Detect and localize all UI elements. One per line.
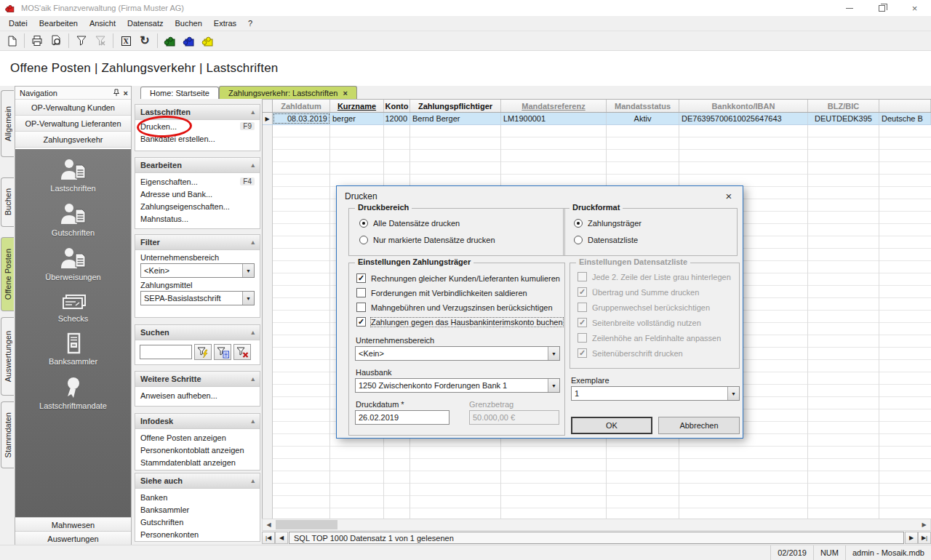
action-personenkontoblatt-anzeigen[interactable]: Personenkontoblatt anzeigen xyxy=(135,444,260,456)
action-mahnstatus[interactable]: Mahnstatus... xyxy=(135,212,260,225)
section-header[interactable]: Infodesk ▴ xyxy=(135,414,260,429)
module-green-button[interactable] xyxy=(161,32,179,49)
menu-bearbeiten[interactable]: Bearbeiten xyxy=(33,16,84,31)
print-preview-button[interactable] xyxy=(47,32,65,49)
print-button[interactable] xyxy=(28,32,46,49)
module-gutschriften[interactable]: Gutschriften xyxy=(15,202,131,237)
scrollbar-thumb[interactable] xyxy=(276,520,337,529)
cell-bank[interactable]: Deutsche B xyxy=(879,113,931,124)
module-lastschriftmandate[interactable]: Lastschriftmandate xyxy=(15,375,131,410)
nav-button-auswertungen[interactable]: Auswertungen xyxy=(15,531,131,545)
cell-blz-bic[interactable]: DEUTDEDK395 xyxy=(808,113,879,124)
next-record-button[interactable]: ▶ xyxy=(905,532,918,544)
radio-alle-datensaetze[interactable]: Alle Datensätze drucken xyxy=(359,219,460,228)
cancel-button[interactable]: Abbrechen xyxy=(658,417,740,434)
zahlungsmittel-select[interactable]: SEPA-Basislastschrift ▼ xyxy=(140,291,255,305)
refresh-button[interactable]: ↻ xyxy=(136,32,153,49)
tab-zahlungsverkehr-lastschriften[interactable]: Zahlungsverkehr: Lastschriften × xyxy=(219,86,357,99)
menu-help[interactable]: ? xyxy=(242,16,258,31)
side-tab-offene-posten[interactable]: Offene Posten xyxy=(1,237,14,311)
druckdatum-input[interactable]: 26.02.2019 xyxy=(355,410,449,425)
module-lastschriften[interactable]: Lastschriften xyxy=(15,158,131,193)
tab-close-icon[interactable]: × xyxy=(343,89,347,97)
close-button[interactable]: × xyxy=(898,0,931,16)
first-record-button[interactable]: |◀ xyxy=(262,532,275,544)
side-tab-auswertungen[interactable]: Auswertungen xyxy=(1,317,14,396)
action-zahlungseigenschaften[interactable]: Zahlungseigenschaften... xyxy=(135,200,260,212)
nav-button-mahnwesen[interactable]: Mahnwesen xyxy=(15,517,131,532)
table-row[interactable]: ▶ 08.03.2019 berger 12000 Bernd Berger L… xyxy=(263,113,931,125)
filter-button[interactable] xyxy=(73,32,90,49)
section-header[interactable]: Weitere Schritte ▴ xyxy=(135,372,260,387)
unternehmensbereich-select[interactable]: <Kein> ▼ xyxy=(140,263,255,278)
link-banken[interactable]: Banken xyxy=(135,491,260,503)
column-header-bank[interactable] xyxy=(879,100,931,112)
nav-button-zahlungsverkehr[interactable]: Zahlungsverkehr xyxy=(15,132,131,148)
menu-extras[interactable]: Extras xyxy=(208,16,242,31)
ok-button[interactable]: OK xyxy=(571,417,652,434)
checkbox-rechnungen-kumulieren[interactable]: ✓ Rechnungen gleicher Kunden/Lieferanten… xyxy=(356,273,560,283)
cell-mandatsreferenz[interactable]: LM1900001 xyxy=(501,113,607,124)
module-schecks[interactable]: Schecks xyxy=(15,291,131,323)
scroll-left-icon[interactable]: ◀ xyxy=(263,519,275,530)
section-header[interactable]: Suchen ▴ xyxy=(135,325,260,340)
checkbox-mahngebuehren[interactable]: Mahngebühren und Verzugszinsen berücksic… xyxy=(356,303,553,312)
section-header[interactable]: Siehe auch ▴ xyxy=(135,473,260,489)
search-filter-list-button[interactable] xyxy=(214,344,231,360)
column-header-konto[interactable]: Konto xyxy=(384,100,410,112)
filter-remove-button[interactable] xyxy=(92,32,109,49)
action-anweisen-aufheben[interactable]: Anweisen aufheben... xyxy=(135,389,260,401)
column-header-zahldatum[interactable]: Zahldatum xyxy=(273,100,330,112)
search-input[interactable] xyxy=(140,345,192,359)
exemplare-select[interactable]: 1 ▼ xyxy=(571,386,740,401)
cell-bankkonto-iban[interactable]: DE76395700610025647643 xyxy=(679,113,808,124)
link-personenkonten[interactable]: Personenkonten xyxy=(135,528,260,540)
hausbank-select[interactable]: 1250 Zwischenkonto Forderungen Bank 1 ▼ xyxy=(355,378,560,393)
checkbox-forderungen-saldieren[interactable]: Forderungen mit Verbindlichkeiten saldie… xyxy=(356,288,527,297)
search-filter-clear-button[interactable] xyxy=(233,344,251,360)
link-gutschriften[interactable]: Gutschriften xyxy=(135,516,260,528)
cell-konto[interactable]: 12000 xyxy=(384,113,410,124)
horizontal-scrollbar[interactable]: ◀ ▶ xyxy=(262,519,931,531)
action-eigenschaften[interactable]: Eigenschaften... F4 xyxy=(135,175,260,188)
section-header[interactable]: Filter ▴ xyxy=(135,235,260,250)
previous-record-button[interactable]: ◀ xyxy=(275,532,288,544)
dialog-close-icon[interactable]: × xyxy=(722,190,735,202)
action-stammdatenblatt-anzeigen[interactable]: Stammdatenblatt anzeigen xyxy=(135,456,260,468)
nav-button-op-kunden[interactable]: OP-Verwaltung Kunden xyxy=(15,100,131,116)
radio-nur-markierte[interactable]: Nur markierte Datensätze drucken xyxy=(359,236,495,244)
link-banksammler[interactable]: Banksammler xyxy=(135,503,260,516)
column-header-mandatsstatus[interactable]: Mandatsstatus xyxy=(607,100,679,112)
module-yellow-button[interactable] xyxy=(199,32,217,49)
column-header-zahlungspflichtiger[interactable]: Zahlungspflichtiger xyxy=(410,100,501,112)
module-banksammler[interactable]: Banksammler xyxy=(15,332,131,366)
cell-mandatsstatus[interactable]: Aktiv xyxy=(607,113,679,124)
nav-button-op-lieferanten[interactable]: OP-Verwaltung Lieferanten xyxy=(15,116,131,132)
radio-zahlungstraeger[interactable]: Zahlungsträger xyxy=(574,219,642,228)
cell-kurzname[interactable]: berger xyxy=(330,113,384,124)
panel-close-icon[interactable]: × xyxy=(124,89,128,97)
radio-datensatzliste[interactable]: Datensatzliste xyxy=(574,236,638,244)
unternehmensbereich-select[interactable]: <Kein> ▼ xyxy=(355,346,560,361)
column-header-mandatsreferenz[interactable]: Mandatsreferenz xyxy=(501,100,607,112)
column-header-kurzname[interactable]: Kurzname xyxy=(330,100,384,112)
menu-ansicht[interactable]: Ansicht xyxy=(84,16,121,31)
minimize-button[interactable] xyxy=(833,0,866,16)
cell-zahldatum[interactable]: 08.03.2019 xyxy=(273,113,330,124)
column-header-bankkonto-iban[interactable]: Bankkonto/IBAN xyxy=(679,100,808,112)
module-blue-button[interactable] xyxy=(180,32,198,49)
new-page-button[interactable] xyxy=(3,32,20,49)
side-tab-stammdaten[interactable]: Stammdaten xyxy=(1,401,14,468)
column-header-blz-bic[interactable]: BLZ/BIC xyxy=(808,100,879,112)
section-header[interactable]: Bearbeiten ▴ xyxy=(135,158,260,173)
side-tab-allgemein[interactable]: Allgemein xyxy=(1,90,14,157)
scroll-right-icon[interactable]: ▶ xyxy=(918,519,930,530)
checkbox-hausbankinterimskonto[interactable]: ✓ Zahlungen gegen das Hausbankinterimsko… xyxy=(356,317,563,327)
menu-buchen[interactable]: Buchen xyxy=(169,16,208,31)
last-record-button[interactable]: ▶| xyxy=(918,532,931,544)
menu-datensatz[interactable]: Datensatz xyxy=(121,16,169,31)
side-tab-buchen[interactable]: Buchen xyxy=(1,177,14,227)
tab-home-startseite[interactable]: Home: Startseite xyxy=(140,87,219,99)
action-offene-posten-anzeigen[interactable]: Offene Posten anzeigen xyxy=(135,431,260,444)
excel-export-button[interactable]: X xyxy=(117,32,135,49)
